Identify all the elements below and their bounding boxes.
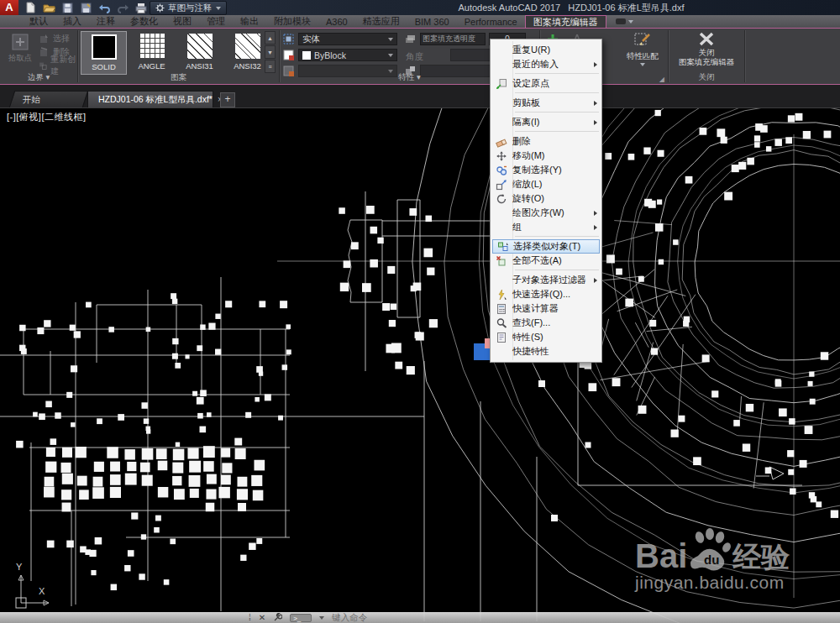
ribbon-tab-5[interactable]: 视图 — [165, 15, 199, 28]
move-icon — [491, 150, 512, 162]
save-button[interactable] — [60, 2, 74, 13]
menu-separator — [515, 236, 599, 237]
hatch-swatch-ansi32[interactable]: ANSI32 — [224, 31, 270, 75]
command-customize-icon[interactable] — [273, 613, 282, 622]
open-button[interactable] — [42, 2, 55, 13]
file-tab-active-document[interactable]: HZDJ01-06 标准L型吊具.dxf* × — [87, 91, 213, 107]
gallery-expand-icon[interactable]: ≡ — [265, 60, 276, 73]
ribbon-tab-4[interactable]: 参数化 — [123, 15, 165, 28]
command-close-icon[interactable]: ✕ — [259, 612, 265, 623]
command-line-bar[interactable]: ⁞ ✕ >_ 键入命令 — [0, 612, 840, 623]
menu-item-6[interactable]: 删除 — [491, 134, 601, 149]
menu-item-11[interactable]: 绘图次序(W) — [491, 206, 601, 220]
menu-item-3[interactable]: 设定原点 — [491, 76, 601, 91]
quick-access-toolbar — [24, 1, 148, 14]
menu-item-label: 查找(F)... — [512, 317, 601, 329]
ribbon-display-toggle-icon[interactable] — [606, 15, 643, 28]
transparency-field[interactable]: 图案填充透明度 — [420, 33, 486, 45]
undo-button[interactable] — [97, 2, 111, 13]
menu-item-10[interactable]: 旋转(O) — [491, 191, 601, 206]
close-hatch-editor-button[interactable]: 关闭 图案填充编辑器 — [669, 31, 744, 67]
menu-item-13[interactable]: 选择类似对象(T) — [492, 239, 600, 254]
command-drag-handle[interactable]: ⁞ — [249, 612, 251, 623]
menu-item-2[interactable]: 最近的输入 — [491, 57, 601, 71]
ribbon-tab-11[interactable]: BIM 360 — [407, 15, 457, 28]
submenu-arrow-icon — [594, 62, 597, 67]
ribbon-tab-3[interactable]: 注释 — [89, 15, 123, 28]
submenu-arrow-icon — [594, 225, 597, 230]
menu-item-7[interactable]: 移动(M) — [491, 149, 601, 163]
menu-item-12[interactable]: 组 — [491, 220, 601, 234]
ribbon-tab-6[interactable]: 管理 — [199, 15, 233, 28]
ribbon-tab-9[interactable]: A360 — [318, 15, 355, 28]
hatch-color-icon — [282, 49, 295, 61]
panel-label-pattern[interactable]: 图案 — [78, 72, 279, 83]
command-input-placeholder[interactable]: 键入命令 — [332, 612, 367, 623]
file-tab-bar: 开始 HZDJ01-06 标准L型吊具.dxf* × + — [0, 85, 840, 108]
scale-icon — [491, 179, 512, 191]
command-prompt-icon[interactable]: >_ — [290, 614, 312, 622]
panel-label-boundary[interactable]: 边界 ▾ — [0, 72, 77, 83]
hatch-swatch-angle[interactable]: ANGLE — [129, 31, 175, 75]
boundary-tool-3[interactable]: 重新创建 — [39, 59, 77, 72]
ribbon-tab-8[interactable]: 附加模块 — [266, 15, 318, 28]
new-drawing-tab-button[interactable]: + — [220, 92, 235, 107]
hatch-type-dropdown[interactable]: 实体 — [298, 33, 397, 45]
ribbon: 拾取点 选择删除重新创建 边界 ▾ SOLIDANGLEANSI31ANSI32… — [0, 28, 840, 85]
hatch-color-dropdown[interactable]: ByBlock — [298, 49, 397, 61]
watermark-bai: Bai — [635, 541, 687, 571]
redo-button[interactable] — [116, 2, 129, 13]
submenu-arrow-icon — [594, 101, 597, 106]
menu-item-18[interactable]: 查找(F)... — [491, 316, 601, 330]
boundary-tool-1[interactable]: 选择 — [39, 32, 77, 45]
gallery-down-icon[interactable]: ▼ — [265, 45, 276, 59]
deselect-icon — [491, 255, 512, 267]
save-as-button[interactable] — [79, 2, 92, 13]
menu-item-label: 选择类似对象(T) — [513, 240, 599, 253]
ribbon-tab-hatch-editor[interactable]: 图案填充编辑器 — [525, 15, 606, 28]
menu-item-15[interactable]: 子对象选择过滤器 — [491, 273, 601, 287]
menu-separator — [515, 131, 599, 132]
menu-item-label: 全部不选(A) — [512, 254, 601, 267]
ribbon-tab-7[interactable]: 输出 — [233, 15, 266, 28]
menu-item-4[interactable]: 剪贴板 — [491, 96, 601, 110]
menu-item-17[interactable]: 快速计算器 — [491, 301, 601, 316]
menu-item-label: 快捷特性 — [512, 345, 601, 358]
pick-points-button[interactable]: 拾取点 — [5, 31, 35, 71]
save-icon — [62, 3, 73, 13]
menu-item-9[interactable]: 缩放(L) — [491, 177, 601, 191]
application-menu-button[interactable]: A — [0, 0, 18, 15]
menu-item-5[interactable]: 隔离(I) — [491, 115, 601, 129]
hatch-swatch-solid[interactable]: SOLID — [81, 31, 127, 75]
menu-item-16[interactable]: 快速选择(Q)... — [491, 287, 601, 301]
match-properties-button[interactable]: 特性匹配 — [624, 31, 661, 66]
menu-item-label: 移动(M) — [512, 149, 601, 162]
context-menu: 重复U(R)最近的输入设定原点剪贴板隔离(I)删除移动(M)复制选择(Y)缩放(… — [490, 39, 602, 363]
menu-item-label: 旋转(O) — [512, 192, 601, 205]
viewport-controls[interactable]: [-][俯视][二维线框] — [7, 111, 87, 123]
rotate-icon — [491, 193, 512, 205]
command-dropdown-caret[interactable] — [319, 616, 324, 620]
ribbon-tab-12[interactable]: Performance — [457, 15, 525, 28]
menu-item-8[interactable]: 复制选择(Y) — [491, 163, 601, 177]
save-as-icon — [81, 3, 92, 13]
workspace-switcher[interactable]: 草图与注释 — [150, 1, 227, 15]
workspace-name: 草图与注释 — [168, 3, 213, 14]
gallery-up-icon[interactable]: ▲ — [265, 31, 276, 44]
ribbon-tab-10[interactable]: 精选应用 — [355, 15, 407, 28]
menu-item-19[interactable]: 特性(S) — [491, 330, 601, 344]
menu-item-14[interactable]: 全部不选(A) — [491, 254, 601, 268]
menu-separator — [515, 270, 599, 270]
file-tab-start[interactable]: 开始 — [9, 91, 88, 107]
options-expander-icon[interactable]: ◢ — [659, 76, 664, 83]
plot-button[interactable] — [134, 2, 148, 13]
new-button[interactable] — [24, 2, 37, 13]
ribbon-tab-2[interactable]: 插入 — [55, 15, 89, 28]
hatch-swatch-ansi31[interactable]: ANSI31 — [176, 31, 223, 75]
menu-item-1[interactable]: 重复U(R) — [491, 43, 601, 57]
ribbon-tab-1[interactable]: 默认 — [22, 15, 55, 28]
hatch-swatch-icon-ansi31 — [187, 34, 213, 59]
select-similar-icon — [493, 241, 513, 253]
panel-label-close[interactable]: 关闭 — [669, 72, 744, 83]
menu-item-20[interactable]: 快捷特性 — [491, 344, 601, 359]
